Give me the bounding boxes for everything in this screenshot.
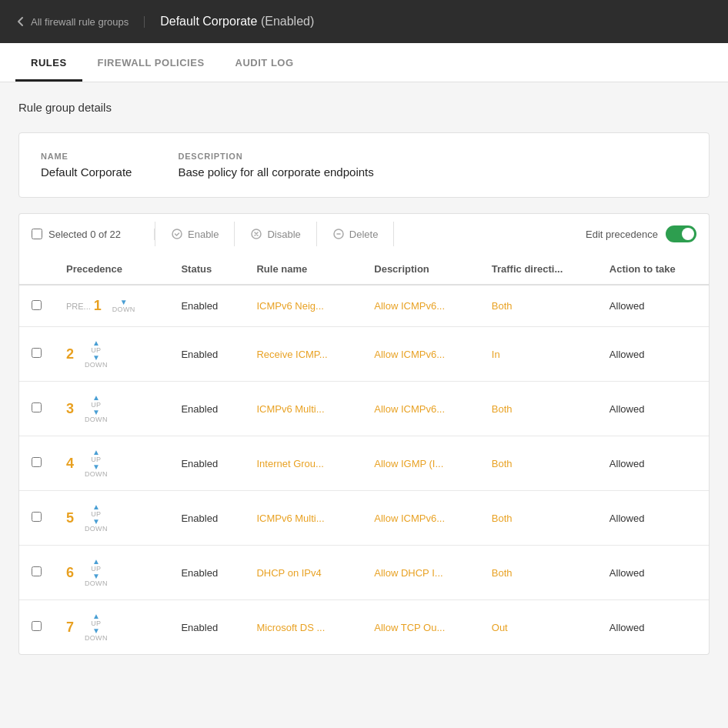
down-label: DOWN bbox=[85, 580, 108, 587]
enable-button[interactable]: Enable bbox=[155, 222, 235, 246]
table-row: PRE...1▼DOWNEnabledICMPv6 Neig...Allow I… bbox=[19, 285, 709, 327]
row-checkbox[interactable] bbox=[32, 457, 42, 467]
row-description-cell[interactable]: Allow IGMP (I... bbox=[362, 436, 479, 491]
row-description-cell[interactable]: Allow DHCP I... bbox=[362, 546, 479, 600]
select-all-checkbox[interactable] bbox=[32, 229, 42, 239]
edit-precedence: Edit precedence bbox=[586, 225, 696, 242]
col-checkbox bbox=[19, 254, 54, 285]
svg-point-0 bbox=[172, 229, 182, 239]
row-status-cell: Enabled bbox=[169, 436, 244, 491]
row-checkbox[interactable] bbox=[32, 512, 42, 522]
down-label: DOWN bbox=[112, 306, 135, 313]
down-label: DOWN bbox=[85, 362, 108, 369]
top-navigation: All firewall rule groups Default Corpora… bbox=[0, 0, 728, 43]
delete-button[interactable]: Delete bbox=[317, 222, 395, 246]
row-precedence-cell: 7▲UP▼DOWN bbox=[54, 600, 169, 655]
row-rule-name-cell[interactable]: DHCP on IPv4 bbox=[244, 546, 362, 600]
arrow-group: ▲UP▼DOWN bbox=[85, 613, 108, 642]
row-precedence-cell: 6▲UP▼DOWN bbox=[54, 546, 169, 600]
row-checkbox[interactable] bbox=[32, 402, 42, 412]
move-down-button[interactable]: ▼DOWN bbox=[112, 299, 135, 313]
edit-precedence-label: Edit precedence bbox=[586, 229, 658, 240]
row-rule-name-cell[interactable]: ICMPv6 Multi... bbox=[244, 382, 362, 436]
row-rule-name-cell[interactable]: Internet Grou... bbox=[244, 436, 362, 491]
row-precedence-cell: 2▲UP▼DOWN bbox=[54, 327, 169, 382]
disable-icon bbox=[250, 228, 262, 240]
disable-label: Disable bbox=[267, 229, 300, 240]
row-description-cell[interactable]: Allow TCP Ou... bbox=[362, 600, 479, 655]
name-value: Default Corporate bbox=[41, 165, 132, 179]
move-up-button[interactable]: ▲UP bbox=[85, 339, 108, 354]
tab-audit-log[interactable]: AUDIT LOG bbox=[220, 43, 309, 82]
delete-label: Delete bbox=[349, 229, 379, 240]
move-down-button[interactable]: ▼DOWN bbox=[85, 354, 108, 369]
row-checkbox[interactable] bbox=[32, 300, 42, 310]
row-rule-name-cell[interactable]: ICMPv6 Multi... bbox=[244, 491, 362, 546]
down-label: DOWN bbox=[85, 526, 108, 533]
down-label: DOWN bbox=[85, 635, 108, 642]
content-area: Rule group details NAME Default Corporat… bbox=[0, 82, 728, 655]
table-row: 2▲UP▼DOWNEnabledReceive ICMP...Allow ICM… bbox=[19, 327, 709, 382]
delete-icon bbox=[332, 228, 345, 240]
disable-button[interactable]: Disable bbox=[235, 222, 316, 246]
row-precedence-cell: 5▲UP▼DOWN bbox=[54, 491, 169, 546]
row-checkbox[interactable] bbox=[32, 348, 42, 358]
row-checkbox[interactable] bbox=[32, 566, 42, 576]
precedence-number: 5 bbox=[66, 510, 82, 526]
tab-rules[interactable]: RULES bbox=[15, 43, 82, 82]
name-label: NAME bbox=[41, 152, 132, 161]
group-name: Default Corporate bbox=[160, 15, 257, 28]
row-direction-cell: Both bbox=[479, 491, 597, 546]
row-checkbox-cell bbox=[19, 382, 54, 436]
row-checkbox-cell bbox=[19, 327, 54, 382]
arrow-group: ▲UP▼DOWN bbox=[85, 558, 108, 587]
move-up-button[interactable]: ▲UP bbox=[85, 449, 108, 463]
row-description-cell[interactable]: Allow ICMPv6... bbox=[362, 285, 479, 327]
precedence-number: 4 bbox=[66, 456, 82, 472]
row-action-cell: Allowed bbox=[597, 436, 709, 491]
group-title: Default Corporate (Enabled) bbox=[145, 15, 314, 28]
table-header-row: Precedence Status Rule name Description … bbox=[19, 254, 709, 285]
row-status-cell: Enabled bbox=[169, 382, 244, 436]
precedence-number: 3 bbox=[66, 401, 82, 417]
name-field: NAME Default Corporate bbox=[41, 152, 132, 179]
col-direction: Traffic directi... bbox=[479, 254, 597, 285]
row-rule-name-cell[interactable]: Microsoft DS ... bbox=[244, 600, 362, 655]
move-up-button[interactable]: ▲UP bbox=[85, 613, 108, 627]
edit-precedence-toggle[interactable] bbox=[666, 225, 696, 242]
rules-table-wrapper: Precedence Status Rule name Description … bbox=[18, 254, 710, 655]
move-up-button[interactable]: ▲UP bbox=[85, 394, 108, 409]
col-precedence: Precedence bbox=[54, 254, 169, 285]
row-precedence-cell: 4▲UP▼DOWN bbox=[54, 436, 169, 491]
col-description: Description bbox=[362, 254, 479, 285]
tab-firewall-policies[interactable]: FIREWALL POLICIES bbox=[82, 43, 220, 82]
row-rule-name-cell[interactable]: Receive ICMP... bbox=[244, 327, 362, 382]
arrow-group: ▲UP▼DOWN bbox=[85, 503, 108, 533]
move-down-button[interactable]: ▼DOWN bbox=[85, 573, 108, 587]
move-down-button[interactable]: ▼DOWN bbox=[85, 463, 108, 478]
table-row: 6▲UP▼DOWNEnabledDHCP on IPv4Allow DHCP I… bbox=[19, 546, 709, 600]
row-rule-name-cell[interactable]: ICMPv6 Neig... bbox=[244, 285, 362, 327]
row-checkbox-cell bbox=[19, 600, 54, 655]
col-action: Action to take bbox=[597, 254, 709, 285]
col-status: Status bbox=[169, 254, 244, 285]
down-label: DOWN bbox=[85, 471, 108, 478]
row-checkbox-cell bbox=[19, 546, 54, 600]
row-checkbox[interactable] bbox=[32, 621, 42, 631]
move-up-button[interactable]: ▲UP bbox=[85, 503, 108, 518]
arrow-group: ▲UP▼DOWN bbox=[85, 339, 108, 369]
col-rule-name: Rule name bbox=[244, 254, 362, 285]
row-description-cell[interactable]: Allow ICMPv6... bbox=[362, 382, 479, 436]
row-description-cell[interactable]: Allow ICMPv6... bbox=[362, 327, 479, 382]
move-up-button[interactable]: ▲UP bbox=[85, 558, 108, 573]
back-link[interactable]: All firewall rule groups bbox=[15, 16, 145, 28]
row-action-cell: Allowed bbox=[597, 382, 709, 436]
precedence-number: 1 bbox=[94, 298, 109, 314]
move-down-button[interactable]: ▼DOWN bbox=[85, 409, 108, 423]
row-description-cell[interactable]: Allow ICMPv6... bbox=[362, 491, 479, 546]
move-down-button[interactable]: ▼DOWN bbox=[85, 627, 108, 642]
precedence-number: 2 bbox=[66, 346, 82, 362]
table-row: 7▲UP▼DOWNEnabledMicrosoft DS ...Allow TC… bbox=[19, 600, 709, 655]
row-direction-cell: Out bbox=[479, 600, 597, 655]
move-down-button[interactable]: ▼DOWN bbox=[85, 518, 108, 533]
